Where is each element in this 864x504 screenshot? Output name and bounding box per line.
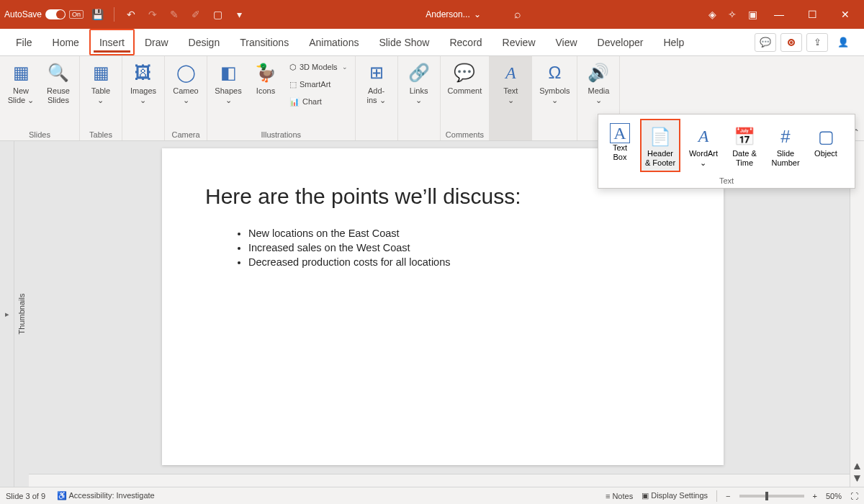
3d-models-button[interactable]: ⬡3D Models⌄	[287, 59, 351, 75]
tab-transitions[interactable]: Transitions	[230, 29, 299, 55]
minimize-button[interactable]: —	[765, 4, 793, 25]
ribbon-tabs: File Home Insert Draw Design Transitions…	[0, 29, 864, 56]
text-button[interactable]: AText ⌄	[494, 59, 527, 107]
window-mode-icon[interactable]: ▣	[744, 6, 760, 22]
wand-icon[interactable]: ✧	[724, 6, 740, 22]
ribbon-group-text: AText ⌄	[490, 56, 532, 140]
zoom-level[interactable]: 50%	[826, 492, 842, 500]
comment-button[interactable]: 💬Comment	[445, 59, 485, 97]
autosave-label: AutoSave	[4, 9, 42, 19]
status-bar: Slide 3 of 9 ♿ Accessibility: Investigat…	[0, 487, 864, 504]
share-button[interactable]: ⇪	[806, 33, 828, 52]
redo-icon[interactable]: ↷	[145, 6, 161, 22]
ribbon-group-images: 🖼Images ⌄	[122, 56, 165, 140]
addins-button[interactable]: ⊞Add- ins ⌄	[360, 59, 393, 107]
chart-icon: 📊	[289, 97, 300, 107]
toggle-switch-icon[interactable]	[45, 9, 66, 19]
slide-number-icon: #	[773, 123, 798, 149]
qat-icon-2[interactable]: ✐	[188, 6, 204, 22]
links-button[interactable]: 🔗Links ⌄	[402, 59, 436, 107]
zoom-in-button[interactable]: +	[813, 492, 817, 500]
title-bar-right: ◈ ✧ ▣ — ☐ ✕	[704, 4, 860, 25]
slide-canvas[interactable]: Here are the points we’ll discuss: New l…	[29, 141, 864, 487]
diamond-icon[interactable]: ◈	[704, 6, 720, 22]
smartart-icon: ⬚	[289, 80, 297, 89]
ribbon-group-addins: ⊞Add- ins ⌄	[356, 56, 398, 140]
cameo-button[interactable]: ◯Cameo ⌄	[169, 59, 202, 107]
prev-slide-icon[interactable]: ⯅	[853, 462, 861, 471]
record-button[interactable]	[780, 33, 802, 52]
zoom-out-button[interactable]: −	[726, 492, 730, 500]
comments-button[interactable]: 💬	[755, 33, 776, 52]
qat-icon[interactable]: ✎	[166, 6, 182, 22]
slide[interactable]: Here are the points we’ll discuss: New l…	[162, 148, 724, 465]
horizontal-scrollbar[interactable]	[29, 474, 850, 487]
images-button[interactable]: 🖼Images ⌄	[127, 59, 160, 107]
addins-icon: ⊞	[364, 60, 389, 85]
comment-icon: 💬	[452, 60, 477, 85]
accessibility-status[interactable]: ♿ Accessibility: Investigate	[57, 491, 155, 500]
thumbnails-toggle[interactable]: ▸	[0, 141, 14, 487]
ribbon-group-symbols: ΩSymbols ⌄	[532, 56, 577, 140]
undo-icon[interactable]: ↶	[123, 6, 139, 22]
fit-to-window-button[interactable]: ⛶	[850, 492, 858, 500]
tab-home[interactable]: Home	[42, 29, 89, 55]
tab-file[interactable]: File	[6, 29, 42, 55]
tab-help[interactable]: Help	[653, 29, 694, 55]
overflow-icon[interactable]: ▾	[231, 6, 247, 22]
symbols-button[interactable]: ΩSymbols ⌄	[536, 59, 572, 107]
tab-draw[interactable]: Draw	[135, 29, 179, 55]
notes-button[interactable]: ≡ Notes	[606, 492, 633, 500]
wordart-icon: A	[690, 123, 716, 149]
wordart-button[interactable]: AWordArt ⌄	[683, 119, 724, 172]
reuse-slides-icon: 🔍	[46, 60, 71, 85]
list-item[interactable]: New locations on the East Coast	[248, 226, 680, 240]
save-icon[interactable]: 💾	[89, 6, 105, 22]
tab-record[interactable]: Record	[439, 29, 492, 55]
ribbon-group-comments: 💬Comment Comments	[441, 56, 490, 140]
ribbon-group-illustrations: ◧Shapes ⌄ 🦆Icons ⬡3D Models⌄ ⬚SmartArt 📊…	[207, 56, 356, 140]
tab-review[interactable]: Review	[492, 29, 546, 55]
date-time-button[interactable]: 📅Date & Time	[726, 119, 762, 172]
text-dropdown: AText Box 📄Header & Footer AWordArt ⌄ 📅D…	[598, 114, 855, 189]
object-button[interactable]: ▢Object	[809, 119, 843, 172]
workspace: ▸ Thumbnails Here are the points we’ll d…	[0, 141, 864, 487]
slide-bullets[interactable]: New locations on the East Coast Increase…	[205, 226, 680, 269]
title-bar-center: Anderson... ⌄ ⌕	[247, 6, 704, 22]
smartart-button[interactable]: ⬚SmartArt	[287, 76, 351, 92]
text-icon: A	[498, 60, 523, 85]
tab-design[interactable]: Design	[179, 29, 230, 55]
text-box-button[interactable]: AText Box	[603, 119, 637, 172]
tab-insert[interactable]: Insert	[89, 29, 135, 55]
list-item[interactable]: Increased sales on the West Coast	[248, 240, 680, 255]
tab-developer[interactable]: Developer	[588, 29, 654, 55]
date-time-icon: 📅	[732, 123, 757, 149]
vertical-scrollbar[interactable]: ⯅ ⯆	[850, 141, 864, 487]
maximize-button[interactable]: ☐	[798, 4, 827, 25]
close-button[interactable]: ✕	[831, 4, 860, 25]
account-icon[interactable]: 👤	[832, 33, 854, 52]
slide-counter[interactable]: Slide 3 of 9	[6, 492, 45, 500]
display-settings-button[interactable]: ▣ Display Settings	[642, 491, 708, 500]
tab-slideshow[interactable]: Slide Show	[369, 29, 439, 55]
chart-button[interactable]: 📊Chart	[287, 94, 351, 109]
header-footer-button[interactable]: 📄Header & Footer	[640, 119, 680, 172]
next-slide-icon[interactable]: ⯆	[853, 474, 861, 482]
search-icon[interactable]: ⌕	[510, 6, 526, 22]
thumbnails-pane[interactable]: Thumbnails	[14, 141, 29, 487]
autosave-toggle[interactable]: AutoSave On	[4, 9, 84, 19]
document-name[interactable]: Anderson... ⌄	[426, 9, 480, 19]
icons-button[interactable]: 🦆Icons	[249, 59, 282, 97]
present-icon[interactable]: ▢	[210, 6, 225, 22]
reuse-slides-button[interactable]: 🔍Reuse Slides	[42, 59, 75, 107]
text-box-icon: A	[610, 123, 630, 143]
shapes-button[interactable]: ◧Shapes ⌄	[212, 59, 245, 107]
new-slide-button[interactable]: ▦New Slide ⌄	[4, 59, 37, 107]
slide-number-button[interactable]: #Slide Number	[765, 119, 806, 172]
list-item[interactable]: Decreased production costs for all locat…	[248, 255, 680, 269]
zoom-slider[interactable]	[739, 495, 804, 498]
tab-animations[interactable]: Animations	[299, 29, 369, 55]
table-button[interactable]: ▦Table ⌄	[84, 59, 117, 107]
tab-view[interactable]: View	[546, 29, 588, 55]
media-button[interactable]: 🔊Media ⌄	[582, 59, 615, 107]
